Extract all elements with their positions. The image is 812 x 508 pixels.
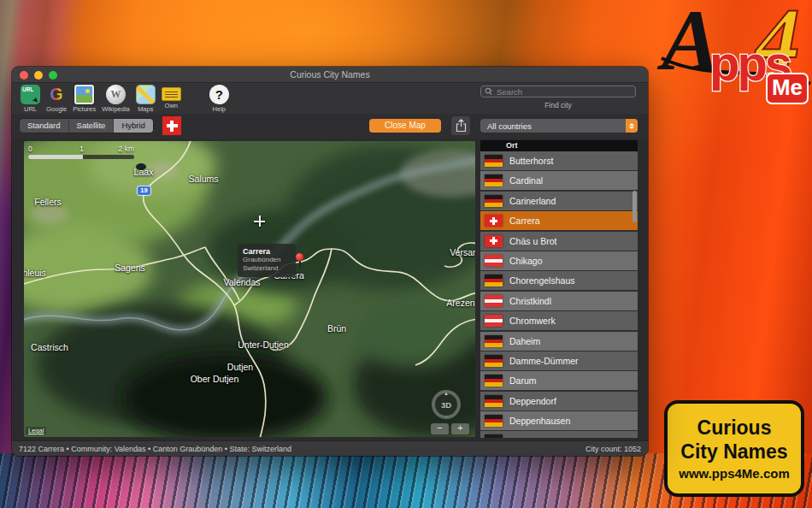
badge-url: www.pps4Me.com	[679, 466, 789, 481]
search-area: Find city	[480, 86, 636, 109]
map-view[interactable]: 0 1 2 km LaaxSalumsFellersSagensSchleuis…	[24, 141, 475, 437]
switzerland-flag-icon[interactable]	[162, 116, 181, 135]
toolbar-button-own[interactable]: Own	[162, 85, 181, 113]
traffic-lights	[20, 71, 57, 80]
callout-country: Switzerland	[243, 264, 291, 273]
map-label: Unter-Dutjen	[238, 340, 289, 350]
map-label: Castrisch	[31, 342, 68, 352]
city-name: Carinerland	[509, 196, 556, 206]
list-item[interactable]: Damme-Dümmer	[480, 351, 638, 370]
list-item[interactable]	[480, 431, 638, 438]
own-icon	[162, 87, 181, 101]
segment-standard[interactable]: Standard	[20, 119, 69, 133]
de-flag-icon	[485, 275, 503, 286]
zoom-out-button[interactable]: −	[431, 423, 449, 434]
country-filter-select[interactable]: All countries	[480, 119, 638, 133]
de-flag-icon	[485, 375, 503, 387]
list-item[interactable]: Daheim	[480, 332, 638, 351]
segment-satellite[interactable]: Satellite	[69, 119, 115, 133]
map-label: Fellers	[34, 197, 62, 207]
list-item[interactable]: Deppendorf	[480, 392, 638, 411]
toolbar-label: URL	[24, 105, 37, 113]
zoom-window-button[interactable]	[49, 71, 57, 80]
status-selection-info: 7122 Carrera • Community: Valendas • Can…	[19, 445, 291, 453]
de-flag-icon	[485, 395, 503, 407]
map-callout: Carrera Graubünden Switzerland	[238, 244, 296, 277]
de-flag-icon	[485, 434, 503, 438]
route-19-badge: 19	[137, 186, 151, 196]
url-icon	[21, 85, 40, 104]
window-title: Curious City Names	[290, 69, 369, 80]
search-icon	[485, 87, 495, 96]
close-window-button[interactable]	[20, 71, 28, 80]
list-item[interactable]: Chorengelshaus	[480, 271, 638, 290]
list-item[interactable]: Chikago	[480, 251, 638, 270]
close-map-button[interactable]: Close Map	[369, 119, 441, 133]
city-name: Chikago	[509, 256, 543, 266]
map-label: Dutjen	[227, 362, 253, 372]
toolbar-label: Maps	[138, 105, 153, 113]
crosshair-cursor-icon	[254, 216, 265, 227]
map-label: Sagens	[115, 263, 145, 273]
toolbar-button-url[interactable]: URL	[21, 85, 40, 113]
status-bar: 7122 Carrera • Community: Valendas • Can…	[12, 440, 648, 456]
city-name: Carrera	[509, 216, 540, 226]
at-flag-icon	[485, 255, 503, 267]
toolbar: URLGooglePicturesWikipediaMapsOwnHelp Fi…	[12, 83, 648, 114]
list-item[interactable]: Darum	[480, 371, 638, 390]
toolbar-button-wikipedia[interactable]: Wikipedia	[102, 85, 130, 113]
toolbar-button-google[interactable]: Google	[46, 85, 67, 113]
list-item[interactable]: Carrera	[480, 211, 638, 230]
list-item[interactable]: Chäs u Brot	[480, 232, 638, 251]
city-name: Deppendorf	[509, 396, 556, 406]
scale-mid: 1	[79, 145, 84, 153]
callout-title: Carrera	[243, 247, 291, 256]
badge-line1: Curious	[697, 416, 772, 439]
city-name: Chromwerk	[509, 316, 556, 326]
toolbar-items: URLGooglePicturesWikipediaMapsOwnHelp	[21, 85, 235, 113]
table-header-ort[interactable]: Ort	[480, 140, 638, 151]
list-item[interactable]: Butterhorst	[480, 151, 638, 170]
badge-line2: City Names	[680, 440, 787, 463]
3d-compass-control[interactable]: 3D	[432, 390, 461, 419]
toolbar-button-maps[interactable]: Maps	[136, 85, 156, 113]
callout-region: Graubünden	[243, 256, 291, 264]
list-item[interactable]: Deppenhausen	[480, 411, 638, 430]
maps-icon	[136, 85, 156, 104]
toolbar-button-help[interactable]: Help	[209, 85, 229, 113]
titlebar: Curious City Names	[12, 67, 648, 83]
map-label: Valendas	[223, 277, 260, 287]
pictures-icon	[74, 85, 94, 104]
map-label: Ober Dutjen	[191, 374, 239, 384]
city-name: Chorengelshaus	[509, 275, 574, 286]
de-flag-icon	[485, 355, 503, 367]
list-item[interactable]: Cardinal	[480, 171, 638, 190]
toolbar-label: Google	[46, 105, 67, 113]
search-input[interactable]	[497, 87, 632, 97]
map-type-segmented-control: StandardSatelliteHybrid	[19, 118, 154, 133]
legal-link[interactable]: Legal	[26, 427, 46, 434]
desktop-wallpaper: 4 A pps Me Curious City Names www.pps4Me…	[0, 0, 812, 508]
search-field[interactable]	[480, 86, 636, 97]
map-pin-icon[interactable]	[296, 253, 303, 269]
find-city-label: Find city	[480, 101, 636, 109]
zoom-in-button[interactable]: +	[451, 423, 469, 434]
minimize-window-button[interactable]	[34, 71, 43, 80]
list-item[interactable]: Christkindl	[480, 292, 638, 310]
map-label: Brün	[327, 323, 346, 334]
list-item[interactable]: Chromwerk	[480, 311, 638, 330]
scale-start: 0	[28, 145, 32, 153]
list-item[interactable]: Carinerland	[480, 192, 638, 210]
toolbar-button-pictures[interactable]: Pictures	[73, 85, 96, 113]
share-button[interactable]	[451, 116, 470, 135]
list-scrollbar[interactable]	[633, 191, 637, 222]
city-name: Christkindl	[509, 296, 551, 306]
toolbar-label: Wikipedia	[102, 105, 130, 113]
wikipedia-icon	[106, 85, 126, 104]
map-label: Salums	[188, 174, 218, 184]
help-icon	[209, 85, 229, 104]
city-table: Ort ButterhorstCardinalCarinerlandCarrer…	[480, 140, 638, 438]
segment-hybrid[interactable]: Hybrid	[114, 119, 152, 133]
at-flag-icon	[485, 315, 503, 327]
map-label: Schleuis	[24, 268, 46, 278]
